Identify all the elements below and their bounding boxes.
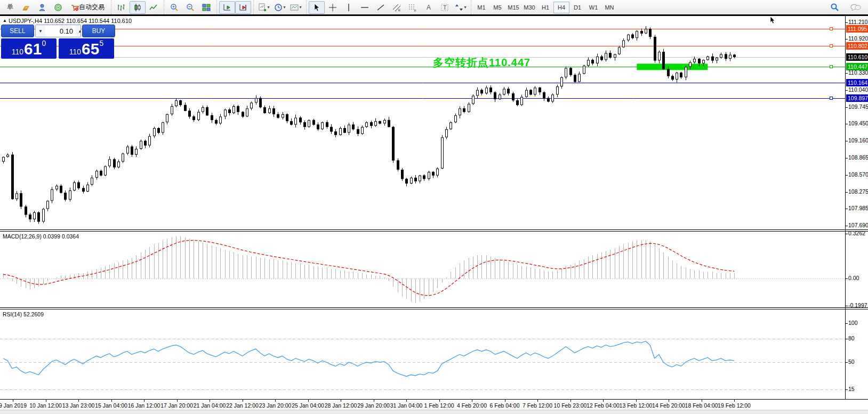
auto-trading-button[interactable]: 自动交易 — [66, 1, 109, 14]
time-axis-tick — [13, 400, 13, 402]
text-label-icon: T — [440, 3, 449, 12]
rsi-indicator-canvas[interactable] — [0, 309, 845, 399]
pivot-annotation-text: 多空转折点110.447 — [433, 55, 531, 70]
sell-price-figure: 110 — [12, 46, 23, 57]
buy-price-pips: 65 — [82, 41, 99, 57]
time-axis-tick — [374, 400, 374, 402]
time-axis-label: 25 Jan 04:00 — [292, 402, 324, 409]
template-button[interactable]: ▾ — [288, 1, 304, 14]
zoom-in-icon — [170, 3, 179, 12]
crosshair-button[interactable] — [325, 1, 341, 14]
horizontal-line-button[interactable] — [357, 1, 373, 14]
text-a-icon: A — [424, 3, 433, 12]
rsi-label: RSI(14) 52.2609 — [3, 311, 44, 317]
arrows-button[interactable]: ▾ — [453, 1, 469, 14]
one-click-trading-panel: SELL ▼ ▲ BUY 110 61 0 110 65 5 — [1, 25, 115, 59]
price-tick-label: 109.745 — [848, 104, 868, 110]
macd-indicator-canvas[interactable] — [0, 232, 845, 307]
tile-windows-icon — [202, 3, 211, 12]
sell-price-pips: 61 — [24, 41, 42, 57]
indicators-dropdown-caret: ▾ — [267, 5, 269, 10]
time-axis-label: 10 Feb 23:00 — [554, 402, 587, 409]
search-button[interactable] — [826, 1, 842, 14]
equidistant-channel-icon: E — [392, 3, 401, 12]
horizontal-line-icon — [360, 3, 369, 12]
text-label-button[interactable]: T — [437, 1, 453, 14]
price-tick-label: 110.040 — [848, 86, 868, 93]
bar-chart-icon — [117, 3, 126, 12]
price-tick-label: 110.920 — [848, 35, 868, 42]
axis-tick — [846, 209, 848, 209]
time-axis-tick — [46, 400, 46, 402]
sell-price-point: 0 — [42, 39, 46, 47]
window-edge-strip — [0, 410, 868, 414]
level-price-badge: 110.802 — [846, 42, 868, 50]
time-axis-tick — [472, 400, 472, 402]
svg-text:A: A — [427, 4, 431, 11]
axis-tick — [846, 107, 848, 108]
buy-button[interactable]: BUY — [82, 25, 115, 37]
chat-button[interactable] — [848, 1, 864, 14]
volume-input[interactable] — [45, 25, 75, 37]
candlestick-chart-button[interactable] — [130, 1, 146, 14]
time-axis-tick — [669, 400, 669, 402]
trendline-button[interactable] — [373, 1, 389, 14]
vertical-line-icon — [344, 3, 353, 12]
price-tick-label: 108.570 — [848, 171, 868, 178]
toolbar-group-scroll — [216, 0, 253, 14]
auto-trading-cart-icon — [70, 3, 79, 12]
accounts-button[interactable] — [34, 1, 50, 14]
timeframe-dropdown-button[interactable]: ▾ — [272, 1, 288, 14]
macd-label: MACD(12,26,9) 0.0399 0.0364 — [3, 233, 79, 240]
timeframe-button-h4[interactable]: H4 — [553, 2, 569, 13]
timeframe-button-d1[interactable]: D1 — [569, 2, 585, 13]
time-axis-tick — [734, 400, 735, 402]
vertical-line-button[interactable] — [341, 1, 357, 14]
time-axis-label: 18 Feb 04:00 — [685, 402, 718, 409]
timeframe-button-w1[interactable]: W1 — [585, 2, 601, 13]
volume-decrease-button[interactable]: ▼ — [36, 25, 45, 37]
zoom-out-button[interactable] — [182, 1, 198, 14]
time-axis-tick — [603, 400, 604, 402]
text-button[interactable]: A — [421, 1, 437, 14]
gold-ingot-icon — [22, 3, 30, 12]
toolbar: 单 自动交易 — [0, 0, 868, 14]
channel-button[interactable]: E — [389, 1, 405, 14]
volume-increase-button[interactable]: ▲ — [75, 25, 81, 37]
fibonacci-button[interactable]: F — [405, 1, 421, 14]
zoom-in-button[interactable] — [166, 1, 182, 14]
timeframe-button-m15[interactable]: M15 — [505, 2, 521, 13]
market-depth-button[interactable] — [18, 1, 34, 14]
svg-text:F: F — [414, 9, 416, 12]
timeframe-button-m30[interactable]: M30 — [521, 2, 537, 13]
time-axis-tick — [570, 400, 571, 402]
chart-shift-button[interactable] — [235, 1, 251, 14]
buy-price-display[interactable]: 110 65 5 — [59, 38, 114, 59]
timeframe-toolbar: M1M5M15M30H1H4D1W1MN — [471, 0, 620, 14]
auto-scroll-button[interactable] — [219, 1, 235, 14]
price-tick-label: 107.690 — [848, 222, 868, 228]
time-axis-tick — [702, 400, 702, 402]
tile-windows-button[interactable] — [198, 1, 214, 14]
sell-price-display[interactable]: 110 61 0 — [1, 38, 57, 59]
new-order-label: 单 — [7, 3, 13, 12]
timeframe-button-m5[interactable]: M5 — [489, 2, 505, 13]
bar-chart-button[interactable] — [114, 1, 130, 14]
sell-button[interactable]: SELL — [1, 25, 34, 37]
time-axis-label: 31 Jan 04:00 — [390, 402, 423, 409]
time-axis-label: 13 Jan 23:00 — [62, 402, 95, 409]
timeframe-button-m1[interactable]: M1 — [473, 2, 489, 13]
symbol-arrow-icon: ▲ — [3, 18, 7, 23]
cursor-button[interactable] — [309, 1, 325, 14]
signals-button[interactable] — [50, 1, 66, 14]
price-tick-label: 108.865 — [848, 154, 868, 161]
timeframe-button-h1[interactable]: H1 — [537, 2, 553, 13]
symbol-period-label: USDJPY-,H4 — [9, 18, 42, 24]
price-chart-canvas[interactable] — [0, 16, 845, 229]
indicators-button[interactable]: ▾ — [256, 1, 272, 14]
timeframe-button-mn[interactable]: MN — [601, 2, 617, 13]
time-axis-label: 10 Jan 12:00 — [29, 402, 62, 409]
new-order-button[interactable]: 单 — [2, 1, 18, 14]
line-chart-button[interactable] — [146, 1, 162, 14]
axis-tick — [846, 22, 848, 23]
